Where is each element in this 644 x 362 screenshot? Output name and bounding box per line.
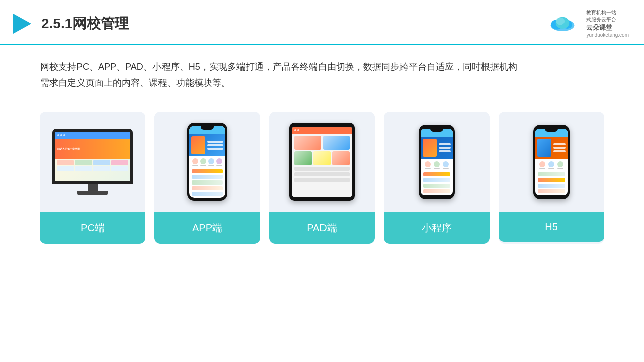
icon-circle-3 xyxy=(208,158,214,164)
logo-area: 教育机构一站 式服务云平台 云朵课堂 yunduoketang.com xyxy=(547,9,629,38)
h5-banner-line2 xyxy=(553,147,566,149)
mini-content-1 xyxy=(423,172,450,176)
mini-icon-2 xyxy=(434,161,440,169)
tablet-outer xyxy=(289,123,355,201)
description-text: 网校支持PC、APP、PAD、小程序、H5，实现多端打通，产品各终端自由切换，数… xyxy=(40,59,604,75)
mini-banner-line3 xyxy=(439,150,451,152)
tablet-dot1 xyxy=(294,129,296,131)
mini-banner-img xyxy=(423,139,437,157)
monitor-screen: 职达人的第一堂网课 xyxy=(55,132,130,181)
h5-content-1 xyxy=(538,172,565,176)
tablet-dot2 xyxy=(297,129,299,131)
mini-phone-screen-h5 xyxy=(535,129,568,195)
grid-item-4 xyxy=(111,160,128,165)
grid-item-7 xyxy=(93,166,110,171)
h5-icon-line-2 xyxy=(548,168,554,169)
grid-item-8 xyxy=(111,166,128,171)
tablet-screen xyxy=(292,127,352,197)
dot3 xyxy=(63,134,65,136)
tablet-card-4 xyxy=(313,151,331,165)
svg-point-5 xyxy=(556,17,565,25)
mini-icon-circle-3 xyxy=(443,161,449,167)
icon-item-2 xyxy=(200,158,206,166)
mini-banner xyxy=(421,137,453,159)
tablet-card-5 xyxy=(332,151,350,165)
phone-icons-row xyxy=(189,156,225,168)
logo-name: 云朵课堂 xyxy=(586,23,629,32)
grid-item-2 xyxy=(75,160,92,165)
pc-mockup: 职达人的第一堂网课 xyxy=(52,129,133,195)
phone-banner-app xyxy=(189,134,225,156)
h5-icon-line-3 xyxy=(557,168,564,169)
logo-url: yunduoketang.com xyxy=(586,32,629,38)
card-pc: 职达人的第一堂网课 xyxy=(40,112,145,244)
dot2 xyxy=(60,134,62,136)
screen-top-bar xyxy=(55,132,130,139)
mini-phone-outer xyxy=(419,125,455,199)
phone-mockup-h5 xyxy=(533,125,570,199)
phone-banner-text xyxy=(207,141,223,150)
card-label-app: APP端 xyxy=(154,212,260,244)
banner-line2 xyxy=(207,144,223,146)
card-miniapp: 小程序 xyxy=(384,112,490,244)
screen-grid xyxy=(55,159,130,173)
screen-banner: 职达人的第一堂网课 xyxy=(55,139,130,159)
h5-banner xyxy=(535,137,568,159)
mini-icon-line-1 xyxy=(425,168,431,169)
h5-icon-1 xyxy=(539,161,545,169)
h5-icon-line-1 xyxy=(539,168,545,169)
mini-content-3 xyxy=(423,184,450,188)
icon-item-3 xyxy=(208,158,214,166)
content-row-4 xyxy=(192,186,223,190)
content-row-5 xyxy=(192,192,223,196)
h5-icon-circle-2 xyxy=(548,161,554,167)
tablet-list-1 xyxy=(294,167,350,171)
card-pad: PAD端 xyxy=(269,112,375,244)
mini-icon-1 xyxy=(425,161,431,169)
phone-content-rows xyxy=(189,168,225,197)
mini-phone-outer-h5 xyxy=(533,125,570,199)
monitor-neck xyxy=(88,184,98,191)
monitor-outer: 职达人的第一堂网课 xyxy=(52,129,133,184)
tablet-list-2 xyxy=(294,172,350,176)
mini-content-rows xyxy=(421,171,453,195)
icon-line-2 xyxy=(200,165,206,166)
grid-item-3 xyxy=(93,160,110,165)
phone-notch-h5 xyxy=(545,128,558,132)
banner-line1 xyxy=(207,141,223,143)
mini-icon-circle-2 xyxy=(434,161,440,167)
icon-line-1 xyxy=(192,165,198,166)
monitor-base xyxy=(77,191,108,195)
h5-icons-row xyxy=(535,159,568,171)
icon-circle-4 xyxy=(216,158,222,164)
phone-notch-app xyxy=(201,126,214,130)
description: 网校支持PC、APP、PAD、小程序、H5，实现多端打通，产品各终端自由切换，数… xyxy=(0,45,644,97)
h5-banner-text xyxy=(553,143,566,152)
tablet-row-1 xyxy=(294,136,350,150)
mini-icon-circle-1 xyxy=(425,161,431,167)
dot1 xyxy=(57,134,59,136)
mini-banner-text xyxy=(439,143,451,152)
content-row-3 xyxy=(192,180,223,185)
tablet-content xyxy=(292,134,352,197)
play-icon xyxy=(10,12,34,36)
card-image-pad xyxy=(269,112,375,212)
phone-mockup-app xyxy=(187,123,227,201)
mini-icons-row xyxy=(421,159,453,171)
content-row-2 xyxy=(192,175,223,179)
h5-content-3 xyxy=(538,184,565,188)
phone-banner-img xyxy=(191,136,205,154)
tablet-card-2 xyxy=(323,136,350,150)
h5-icon-circle-3 xyxy=(557,161,564,167)
tablet-row-2 xyxy=(294,151,350,165)
grid-item-1 xyxy=(57,160,74,165)
card-label-h5: H5 xyxy=(499,212,604,242)
screen-body: 职达人的第一堂网课 xyxy=(55,139,130,181)
svg-marker-0 xyxy=(13,14,31,34)
grid-item-6 xyxy=(75,166,92,171)
icon-line-4 xyxy=(216,165,222,166)
logo-slogan2: 式服务云平台 xyxy=(586,16,629,23)
phone-outer-app xyxy=(187,123,227,201)
h5-icon-2 xyxy=(548,161,554,169)
h5-icon-3 xyxy=(557,161,564,169)
